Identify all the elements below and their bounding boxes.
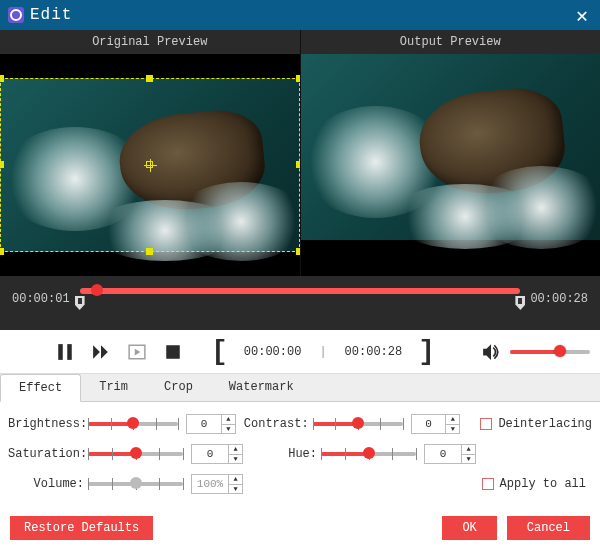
- apply-to-all-label: Apply to all: [500, 477, 586, 491]
- saturation-slider-knob[interactable]: [130, 447, 142, 459]
- svg-rect-6: [166, 345, 180, 359]
- ok-button[interactable]: OK: [442, 516, 496, 540]
- brightness-up[interactable]: ▲: [222, 415, 235, 425]
- contrast-slider[interactable]: [313, 414, 403, 434]
- timeline-total-time: 00:00:28: [530, 292, 588, 306]
- cancel-button[interactable]: Cancel: [507, 516, 590, 540]
- effect-panel: Brightness: 0▲▼ Contrast: 0▲▼ Deinterlac…: [0, 402, 600, 508]
- set-in-point-button[interactable]: [: [209, 338, 230, 366]
- crop-handle-tc[interactable]: [146, 75, 153, 82]
- trim-start-marker[interactable]: [75, 296, 85, 310]
- brightness-down[interactable]: ▼: [222, 425, 235, 434]
- fast-forward-button[interactable]: [90, 341, 112, 363]
- apply-to-all-checkbox[interactable]: Apply to all: [482, 477, 586, 491]
- original-preview-pane[interactable]: [0, 54, 301, 276]
- transport-bar: [ 00:00:00 | 00:00:28 ]: [0, 330, 600, 374]
- hue-label: Hue:: [251, 447, 321, 461]
- restore-defaults-button[interactable]: Restore Defaults: [10, 516, 153, 540]
- hue-up[interactable]: ▲: [462, 445, 475, 455]
- deinterlacing-box-icon: [480, 418, 492, 430]
- saturation-up[interactable]: ▲: [229, 445, 242, 455]
- contrast-value: 0: [412, 418, 445, 430]
- brightness-spinner[interactable]: 0▲▼: [186, 414, 235, 434]
- tab-trim[interactable]: Trim: [81, 374, 146, 401]
- saturation-label: Saturation:: [8, 447, 88, 461]
- range-end-time: 00:00:28: [345, 345, 403, 359]
- effect-volume-slider[interactable]: [88, 474, 183, 494]
- range-start-time: 00:00:00: [244, 345, 302, 359]
- volume-label: Volume:: [8, 477, 88, 491]
- contrast-down[interactable]: ▼: [446, 425, 459, 434]
- brightness-slider-knob[interactable]: [127, 417, 139, 429]
- output-preview-pane: [301, 54, 601, 276]
- tab-effect[interactable]: Effect: [0, 374, 81, 402]
- effect-volume-up[interactable]: ▲: [229, 475, 242, 485]
- effect-volume-slider-knob[interactable]: [130, 477, 142, 489]
- window-title: Edit: [30, 6, 572, 24]
- timeline-playhead[interactable]: [91, 284, 103, 296]
- step-button[interactable]: [126, 341, 148, 363]
- output-thumbnail: [301, 54, 601, 240]
- hue-slider[interactable]: [321, 444, 416, 464]
- saturation-value: 0: [192, 448, 228, 460]
- brightness-label: Brightness:: [8, 417, 88, 431]
- crop-handle-bc[interactable]: [146, 248, 153, 255]
- volume-slider[interactable]: [510, 350, 590, 354]
- crop-handle-tl[interactable]: [0, 75, 4, 82]
- original-preview-label: Original Preview: [0, 30, 301, 54]
- volume-icon[interactable]: [480, 341, 502, 363]
- titlebar: Edit ✕: [0, 0, 600, 30]
- effect-volume-down[interactable]: ▼: [229, 485, 242, 494]
- crop-handle-ml[interactable]: [0, 161, 4, 168]
- app-logo-icon: [8, 7, 24, 23]
- deinterlacing-checkbox[interactable]: Deinterlacing: [480, 417, 592, 431]
- range-divider: |: [315, 345, 330, 359]
- pause-button[interactable]: [54, 341, 76, 363]
- hue-spinner[interactable]: 0▲▼: [424, 444, 476, 464]
- hue-slider-knob[interactable]: [363, 447, 375, 459]
- svg-marker-5: [135, 348, 141, 355]
- volume-slider-knob[interactable]: [554, 345, 566, 357]
- tab-crop[interactable]: Crop: [146, 374, 211, 401]
- svg-rect-1: [67, 344, 72, 360]
- contrast-label: Contrast:: [244, 417, 313, 431]
- hue-down[interactable]: ▼: [462, 455, 475, 464]
- svg-rect-0: [58, 344, 63, 360]
- preview-area: Original Preview Output Preview: [0, 30, 600, 330]
- contrast-spinner[interactable]: 0▲▼: [411, 414, 460, 434]
- saturation-slider[interactable]: [88, 444, 183, 464]
- crop-handle-center[interactable]: [146, 161, 153, 168]
- crop-overlay[interactable]: [0, 78, 300, 252]
- saturation-spinner[interactable]: 0▲▼: [191, 444, 243, 464]
- brightness-slider[interactable]: [88, 414, 178, 434]
- svg-marker-2: [93, 345, 100, 359]
- hue-value: 0: [425, 448, 461, 460]
- contrast-up[interactable]: ▲: [446, 415, 459, 425]
- tab-watermark[interactable]: Watermark: [211, 374, 312, 401]
- contrast-slider-knob[interactable]: [352, 417, 364, 429]
- footer: Restore Defaults OK Cancel: [0, 508, 600, 547]
- svg-marker-3: [101, 345, 108, 359]
- stop-button[interactable]: [162, 341, 184, 363]
- effect-volume-value: 100%: [192, 478, 228, 490]
- apply-to-all-box-icon: [482, 478, 494, 490]
- trim-end-marker[interactable]: [515, 296, 525, 310]
- crop-handle-bl[interactable]: [0, 248, 4, 255]
- effect-volume-spinner[interactable]: 100%▲▼: [191, 474, 243, 494]
- saturation-down[interactable]: ▼: [229, 455, 242, 464]
- close-button[interactable]: ✕: [572, 3, 592, 28]
- tabs: Effect Trim Crop Watermark: [0, 374, 600, 402]
- brightness-value: 0: [187, 418, 220, 430]
- svg-marker-7: [483, 344, 491, 360]
- timeline-track[interactable]: [80, 286, 521, 312]
- deinterlacing-label: Deinterlacing: [498, 417, 592, 431]
- timeline: 00:00:01 00:00:28: [0, 276, 600, 330]
- timeline-current-time: 00:00:01: [12, 292, 70, 306]
- set-out-point-button[interactable]: ]: [416, 338, 437, 366]
- output-preview-label: Output Preview: [301, 30, 601, 54]
